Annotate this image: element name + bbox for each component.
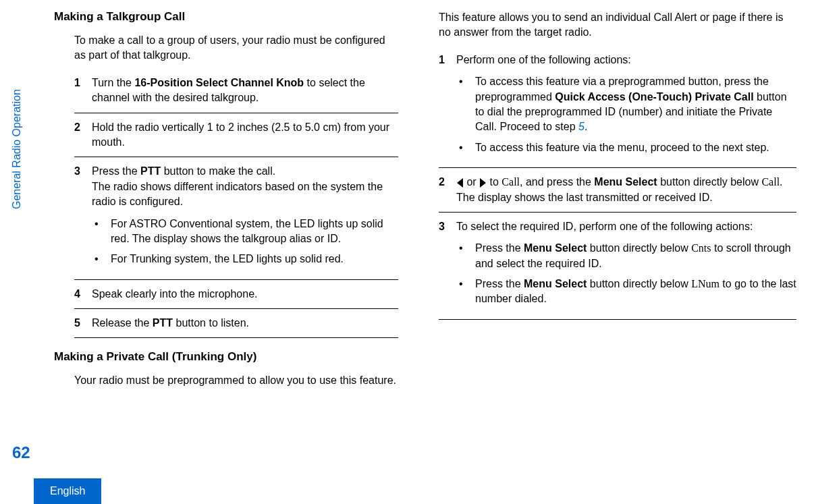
text-fragment: Press the: [475, 278, 524, 289]
step-3: 3 To select the required ID, perform one…: [439, 219, 796, 320]
text-fragment: Press the: [475, 242, 524, 254]
step-3: 3 Press the PTT button to make the call.…: [74, 164, 398, 279]
nav-left-icon: [457, 178, 463, 188]
bullet-text: For Trunking system, the LED lights up s…: [111, 252, 344, 267]
text-fragment: , and press the: [520, 176, 594, 188]
list-item: To access this feature via a preprogramm…: [456, 74, 796, 135]
text-line: The radio shows different indicators bas…: [92, 179, 398, 210]
step-number: 3: [74, 164, 92, 272]
step-text: or to Call, and press the Menu Select bu…: [456, 175, 796, 205]
language-tab: English: [34, 478, 101, 504]
sidebar-section-label: General Radio Operation: [11, 89, 23, 209]
text-fragment: To select the required ID, perform one o…: [456, 221, 753, 232]
intro-text: Your radio must be preprogrammed to allo…: [74, 373, 398, 388]
text-fragment: .: [585, 121, 587, 132]
bold-text: Menu Select: [524, 278, 587, 289]
page-content: Making a Talkgroup Call To make a call t…: [40, 10, 801, 401]
nav-right-icon: [480, 178, 486, 188]
bold-text: Menu Select: [594, 176, 657, 188]
text-line: The display shows the last transmitted o…: [456, 190, 796, 205]
list-item: Press the Menu Select button directly be…: [456, 241, 796, 271]
bullet-list: Press the Menu Select button directly be…: [456, 241, 796, 307]
page-number: 62: [12, 443, 30, 462]
step-4: 4 Speak clearly into the microphone.: [74, 287, 398, 309]
text-fragment: button directly below: [587, 278, 691, 289]
bullet-list: To access this feature via a preprogramm…: [456, 74, 796, 155]
step-text: Turn the 16-Position Select Channel Knob…: [92, 76, 398, 106]
intro-text: This feature allows you to send an indiv…: [439, 10, 796, 40]
bold-text: 16-Position Select Channel Knob: [134, 77, 304, 88]
bullet-text: To access this feature via the menu, pro…: [475, 140, 769, 155]
menu-label: Cnts: [691, 242, 711, 254]
bullet-text: Press the Menu Select button directly be…: [475, 277, 796, 307]
step-2: 2 Hold the radio vertically 1 to 2 inche…: [74, 120, 398, 158]
step-number: 2: [74, 120, 92, 150]
text-fragment: button directly below: [587, 242, 691, 254]
step-text: Perform one of the following actions: To…: [456, 53, 796, 161]
step-text: Press the PTT button to make the call. T…: [92, 164, 398, 272]
left-column: Making a Talkgroup Call To make a call t…: [40, 10, 398, 401]
bullet-list: For ASTRO Conventional system, the LED l…: [92, 217, 398, 267]
text-fragment: to: [487, 176, 501, 188]
bold-text: Menu Select: [524, 242, 587, 254]
step-number: 1: [439, 53, 456, 161]
step-text: Release the PTT button to listen.: [92, 316, 398, 331]
step-1: 1 Turn the 16-Position Select Channel Kn…: [74, 76, 398, 113]
section-heading: Making a Talkgroup Call: [54, 10, 398, 24]
text-fragment: Press the: [92, 165, 140, 177]
step-5: 5 Release the PTT button to listen.: [74, 316, 398, 338]
menu-label: Call: [761, 176, 780, 188]
bullet-text: To access this feature via a preprogramm…: [475, 74, 796, 135]
right-column: This feature allows you to send an indiv…: [439, 10, 796, 401]
bold-text: Quick Access (One-Touch) Private Call: [555, 91, 753, 103]
bold-text: PTT: [153, 317, 173, 329]
text-fragment: .: [780, 176, 782, 188]
text-fragment: Turn the: [92, 77, 134, 88]
step-number: 1: [74, 76, 92, 106]
text-fragment: button to make the call.: [161, 165, 275, 177]
step-text: To select the required ID, perform one o…: [456, 219, 796, 312]
bullet-text: Press the Menu Select button directly be…: [475, 241, 796, 271]
text-fragment: button directly below: [657, 176, 762, 188]
step-1: 1 Perform one of the following actions: …: [439, 53, 796, 168]
bold-text: PTT: [140, 165, 161, 177]
list-item: To access this feature via the menu, pro…: [456, 140, 796, 155]
intro-text: To make a call to a group of users, your…: [74, 33, 398, 63]
step-number: 3: [439, 219, 456, 312]
step-link[interactable]: 5: [578, 121, 585, 132]
text-fragment: Release the: [92, 317, 153, 329]
bullet-text: For ASTRO Conventional system, the LED l…: [111, 217, 398, 247]
text-fragment: Perform one of the following actions:: [456, 54, 631, 65]
list-item: For Trunking system, the LED lights up s…: [92, 252, 398, 267]
section-heading: Making a Private Call (Trunking Only): [54, 350, 398, 364]
step-number: 4: [74, 287, 92, 302]
step-number: 5: [74, 316, 92, 331]
list-item: Press the Menu Select button directly be…: [456, 277, 796, 307]
list-item: For ASTRO Conventional system, the LED l…: [92, 217, 398, 247]
text-fragment: or: [464, 176, 479, 188]
step-2: 2 or to Call, and press the Menu Select …: [439, 175, 796, 213]
step-text: Speak clearly into the microphone.: [92, 287, 398, 302]
step-text: Hold the radio vertically 1 to 2 inches …: [92, 120, 398, 150]
step-number: 2: [439, 175, 456, 205]
menu-label: LNum: [691, 278, 720, 289]
text-fragment: button to listen.: [173, 317, 249, 329]
menu-label: Call: [501, 176, 520, 188]
